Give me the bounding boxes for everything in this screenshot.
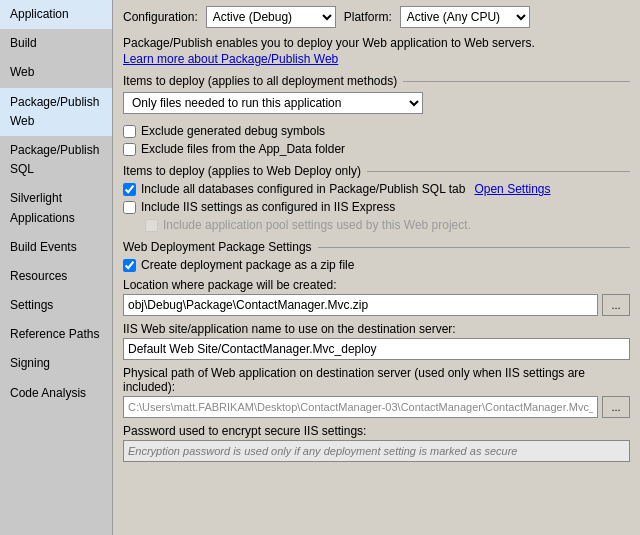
config-row: Configuration: Active (Debug) Platform: … — [123, 6, 630, 28]
cb-include-iis[interactable] — [123, 201, 136, 214]
open-settings-link[interactable]: Open Settings — [474, 182, 550, 196]
sidebar-item-package-publish-web[interactable]: Package/Publish Web — [0, 88, 112, 136]
cb-exclude-debug-row: Exclude generated debug symbols — [123, 124, 630, 138]
sidebar-item-build-events[interactable]: Build Events — [0, 233, 112, 262]
platform-label: Platform: — [344, 10, 392, 24]
physical-browse-btn[interactable]: ... — [602, 396, 630, 418]
cb-include-iis-row: Include IIS settings as configured in II… — [123, 200, 630, 214]
config-label: Configuration: — [123, 10, 198, 24]
info-link[interactable]: Learn more about Package/Publish Web — [123, 52, 338, 66]
physical-label: Physical path of Web application on dest… — [123, 366, 630, 394]
cb-create-zip-row: Create deployment package as a zip file — [123, 258, 630, 272]
sidebar-item-application[interactable]: Application — [0, 0, 112, 29]
location-input[interactable] — [123, 294, 598, 316]
sidebar-item-code-analysis[interactable]: Code Analysis — [0, 379, 112, 408]
cb-include-iis-label: Include IIS settings as configured in II… — [141, 200, 395, 214]
sidebar-item-settings[interactable]: Settings — [0, 291, 112, 320]
section-web-deployment: Web Deployment Package Settings — [123, 240, 630, 254]
cb-include-databases-label: Include all databases configured in Pack… — [141, 182, 465, 196]
cb-exclude-debug[interactable] — [123, 125, 136, 138]
iis-label: IIS Web site/application name to use on … — [123, 322, 630, 336]
sidebar-item-package-publish-sql[interactable]: Package/Publish SQL — [0, 136, 112, 184]
cb-include-databases[interactable] — [123, 183, 136, 196]
location-browse-btn[interactable]: ... — [602, 294, 630, 316]
sidebar-item-signing[interactable]: Signing — [0, 349, 112, 378]
cb-create-zip[interactable] — [123, 259, 136, 272]
deploy-dropdown[interactable]: Only files needed to run this applicatio… — [123, 92, 423, 114]
location-label: Location where package will be created: — [123, 278, 630, 292]
cb-exclude-app-data[interactable] — [123, 143, 136, 156]
password-input[interactable] — [123, 440, 630, 462]
cb-create-zip-label: Create deployment package as a zip file — [141, 258, 354, 272]
platform-select[interactable]: Active (Any CPU) — [400, 6, 530, 28]
cb-include-app-pool-row: Include application pool settings used b… — [145, 218, 630, 232]
physical-input-row: ... — [123, 396, 630, 418]
location-input-row: ... — [123, 294, 630, 316]
cb-include-app-pool[interactable] — [145, 219, 158, 232]
cb-include-databases-row: Include all databases configured in Pack… — [123, 182, 630, 196]
sidebar-item-build[interactable]: Build — [0, 29, 112, 58]
sidebar-item-reference-paths[interactable]: Reference Paths — [0, 320, 112, 349]
cb-exclude-app-data-label: Exclude files from the App_Data folder — [141, 142, 345, 156]
physical-input[interactable] — [123, 396, 598, 418]
cb-include-app-pool-label: Include application pool settings used b… — [163, 218, 471, 232]
sidebar-item-silverlight[interactable]: Silverlight Applications — [0, 184, 112, 232]
configuration-select[interactable]: Active (Debug) — [206, 6, 336, 28]
section-deploy-web: Items to deploy (applies to Web Deploy o… — [123, 164, 630, 178]
sidebar-item-resources[interactable]: Resources — [0, 262, 112, 291]
password-label: Password used to encrypt secure IIS sett… — [123, 424, 630, 438]
cb-exclude-app-data-row: Exclude files from the App_Data folder — [123, 142, 630, 156]
iis-input[interactable] — [123, 338, 630, 360]
main-panel: Configuration: Active (Debug) Platform: … — [113, 0, 640, 535]
sidebar-item-web[interactable]: Web — [0, 58, 112, 87]
section-deploy-all: Items to deploy (applies to all deployme… — [123, 74, 630, 88]
sidebar: Application Build Web Package/Publish We… — [0, 0, 113, 535]
info-line1: Package/Publish enables you to deploy yo… — [123, 36, 630, 50]
cb-exclude-debug-label: Exclude generated debug symbols — [141, 124, 325, 138]
